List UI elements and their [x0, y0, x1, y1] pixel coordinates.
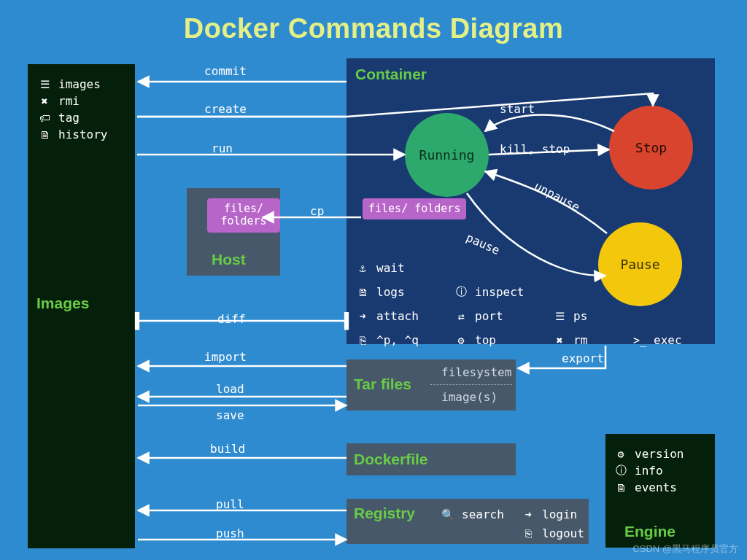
- cmd-attach: ➜attach: [356, 309, 454, 323]
- doc-icon: 🗎: [614, 481, 627, 494]
- cmd-login: ➜login: [522, 508, 577, 521]
- cmd-top: ⚙top: [454, 333, 553, 347]
- enter-icon: ➜: [356, 310, 369, 323]
- cmd-inspect: ⓘinspect: [454, 285, 553, 299]
- tar-fs-label: filesystem: [441, 365, 511, 379]
- cmd-search: 🔍search: [441, 508, 504, 521]
- engine-panel: ⚙version ⓘinfo 🗎events Engine: [605, 434, 715, 548]
- edge-cp: cp: [310, 204, 324, 218]
- cmd-history: 🗎history: [38, 128, 107, 141]
- images-title: Images: [36, 295, 89, 312]
- page-title: Docker Commands Diagram: [0, 13, 747, 44]
- cmd-port: ⇄port: [454, 309, 553, 323]
- logout-icon: ⎘: [522, 527, 535, 540]
- container-files: files/ folders: [363, 198, 466, 219]
- cmd-tag: 🏷tag: [38, 111, 107, 125]
- info-icon: ⓘ: [614, 464, 627, 478]
- state-stop: Stop: [609, 106, 693, 190]
- registry-panel: Registry 🔍search ➜login ⎘logout: [347, 499, 589, 544]
- edge-run: run: [212, 141, 233, 155]
- gear-icon: ⚙: [614, 448, 627, 461]
- login-icon: ➜: [522, 508, 535, 521]
- host-title: Host: [212, 251, 246, 268]
- state-running: Running: [405, 113, 489, 197]
- tarfiles-panel: Tar files filesystem image(s): [347, 359, 516, 411]
- tar-divider: [430, 384, 512, 385]
- edge-save: save: [216, 408, 244, 422]
- dockerfile-title: Dockerfile: [354, 451, 428, 468]
- edge-push: push: [216, 526, 244, 540]
- x-icon: ✖: [553, 334, 566, 347]
- container-title: Container: [355, 66, 427, 83]
- tarfiles-title: Tar files: [354, 376, 411, 393]
- info-icon: ⓘ: [454, 285, 468, 299]
- edge-load: load: [216, 382, 244, 396]
- cmd-events: 🗎events: [614, 481, 706, 494]
- tag-icon: 🏷: [38, 112, 51, 125]
- cmd-exec: >_exec: [633, 333, 703, 347]
- images-panel: ☰images ✖rmi 🏷tag 🗎history Images: [28, 64, 135, 548]
- cmd-rm: ✖rm: [553, 333, 633, 347]
- list-icon: ☰: [38, 78, 51, 91]
- prompt-icon: >_: [633, 334, 646, 347]
- anchor-icon: ⚓: [356, 262, 369, 275]
- cmd-detach: ⎘^p, ^q: [356, 333, 454, 347]
- edge-create: create: [204, 102, 247, 116]
- watermark: CSDN @黑马程序员官方: [632, 542, 738, 556]
- doc-icon: 🗎: [38, 128, 51, 141]
- edge-diff: diff: [217, 312, 246, 326]
- cmd-images: ☰images: [38, 77, 107, 91]
- edge-build: build: [210, 442, 245, 456]
- search-icon: 🔍: [441, 508, 454, 521]
- host-files: files/ folders: [207, 198, 280, 233]
- edge-import: import: [204, 350, 247, 364]
- host-panel: files/ folders Host: [187, 188, 280, 276]
- x-icon: ✖: [38, 95, 51, 108]
- cmd-logout: ⎘logout: [522, 526, 584, 540]
- cmd-rmi: ✖rmi: [38, 94, 107, 108]
- edge-killstop: kill, stop: [500, 142, 570, 156]
- exit-icon: ⎘: [356, 334, 369, 347]
- edge-export: export: [562, 351, 604, 365]
- cmd-wait: ⚓wait: [356, 261, 454, 275]
- cmd-info: ⓘinfo: [614, 464, 706, 478]
- list-icon: ☰: [553, 310, 566, 323]
- tar-img-label: image(s): [441, 390, 498, 404]
- dockerfile-panel: Dockerfile: [347, 443, 516, 475]
- container-cmd-grid: ⚓wait 🗎logs ⓘinspect ➜attach ⇄port ☰ps ⎘…: [356, 258, 703, 350]
- gears-icon: ⚙: [454, 334, 468, 347]
- swap-icon: ⇄: [454, 310, 468, 323]
- edge-start: start: [500, 102, 535, 116]
- cmd-logs: 🗎logs: [356, 285, 454, 299]
- cmd-ps: ☰ps: [553, 309, 633, 323]
- cmd-version: ⚙version: [614, 447, 706, 461]
- engine-title: Engine: [624, 523, 676, 540]
- edge-commit: commit: [204, 64, 247, 78]
- registry-title: Registry: [354, 505, 415, 521]
- doc-icon: 🗎: [356, 286, 369, 299]
- edge-pull: pull: [216, 497, 244, 511]
